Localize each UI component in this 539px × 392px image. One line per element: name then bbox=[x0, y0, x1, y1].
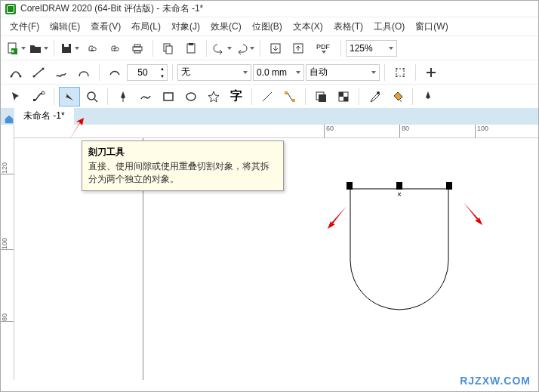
spin-down[interactable]: ▼ bbox=[158, 73, 167, 80]
publish-pdf-button[interactable]: PDF bbox=[310, 39, 336, 58]
line-weight-value: 0.0 mm bbox=[257, 67, 294, 78]
smoothing-icon bbox=[104, 63, 125, 82]
svg-rect-6 bbox=[134, 51, 140, 53]
svg-rect-25 bbox=[164, 93, 173, 100]
line-style-value: 无 bbox=[181, 66, 242, 79]
shape-tool[interactable] bbox=[28, 87, 49, 106]
pdf-label: PDF bbox=[316, 43, 330, 51]
menu-tools[interactable]: 工具(O) bbox=[369, 19, 409, 35]
eyedropper-tool[interactable] bbox=[364, 87, 385, 106]
svg-point-20 bbox=[396, 76, 397, 77]
line-style-combo[interactable]: 无 bbox=[177, 64, 251, 81]
selected-shape[interactable]: × bbox=[346, 185, 452, 313]
add-button[interactable] bbox=[420, 63, 442, 82]
svg-rect-27 bbox=[285, 91, 288, 94]
menu-layout[interactable]: 布局(L) bbox=[127, 19, 165, 35]
hruler-tick: 100 bbox=[475, 125, 488, 137]
save-button[interactable] bbox=[59, 39, 80, 58]
transparency-tool[interactable] bbox=[333, 87, 354, 106]
cloud-upload-button[interactable] bbox=[104, 39, 125, 58]
auto-combo[interactable]: 自动 bbox=[306, 64, 380, 81]
svg-rect-8 bbox=[166, 46, 172, 54]
redo-button[interactable] bbox=[234, 39, 255, 58]
menu-table[interactable]: 表格(T) bbox=[329, 19, 368, 35]
watermark: RJZXW.COM bbox=[460, 375, 531, 387]
bezier-mode-button[interactable] bbox=[5, 63, 26, 82]
home-tab-icon[interactable] bbox=[4, 114, 14, 125]
svg-point-13 bbox=[11, 75, 13, 77]
export-button[interactable] bbox=[288, 39, 309, 58]
line-weight-combo[interactable]: 0.0 mm bbox=[253, 64, 304, 81]
selection-handle-tr[interactable] bbox=[446, 182, 452, 190]
menu-bar: 文件(F) 编辑(E) 查看(V) 布局(L) 对象(J) 效果(C) 位图(B… bbox=[1, 17, 538, 35]
smoothing-input[interactable] bbox=[128, 67, 158, 78]
zoom-value: 125% bbox=[350, 43, 387, 54]
menu-window[interactable]: 窗口(W) bbox=[411, 19, 452, 35]
menu-text[interactable]: 文本(X) bbox=[288, 19, 328, 35]
svg-rect-10 bbox=[189, 43, 193, 45]
bounding-box-button[interactable] bbox=[390, 63, 411, 82]
text-tool[interactable]: 字 bbox=[226, 87, 247, 106]
vruler-tick: 120 bbox=[1, 162, 14, 174]
star-tool[interactable] bbox=[203, 87, 224, 106]
svg-point-15 bbox=[33, 75, 35, 77]
line-mode-button[interactable] bbox=[28, 63, 49, 82]
svg-rect-33 bbox=[343, 97, 348, 101]
spin-up[interactable]: ▲ bbox=[158, 65, 167, 73]
svg-point-24 bbox=[88, 92, 95, 100]
document-tab-label: 未命名 -1* bbox=[23, 110, 65, 122]
svg-point-34 bbox=[377, 91, 380, 94]
open-button[interactable] bbox=[28, 39, 49, 58]
print-button[interactable] bbox=[127, 39, 148, 58]
menu-edit[interactable]: 编辑(E) bbox=[45, 19, 85, 35]
menu-object[interactable]: 对象(J) bbox=[167, 19, 205, 35]
dimension-tool[interactable] bbox=[257, 87, 278, 106]
knife-tool[interactable] bbox=[59, 87, 80, 106]
svg-rect-17 bbox=[396, 69, 404, 76]
title-bar: CorelDRAW 2020 (64-Bit 评估版) - 未命名 -1* bbox=[1, 1, 538, 17]
fill-tool[interactable] bbox=[387, 87, 408, 106]
svg-rect-4 bbox=[133, 47, 142, 51]
annotation-arrow-left bbox=[328, 206, 350, 231]
copy-button[interactable] bbox=[158, 39, 179, 58]
menu-view[interactable]: 查看(V) bbox=[86, 19, 125, 35]
menu-effects[interactable]: 效果(C) bbox=[206, 19, 246, 35]
undo-button[interactable] bbox=[211, 39, 233, 58]
curve-tool-button[interactable] bbox=[73, 63, 94, 82]
drop-shadow-tool[interactable] bbox=[310, 87, 331, 106]
svg-rect-3 bbox=[64, 44, 69, 47]
vertical-ruler[interactable]: 120 100 80 bbox=[1, 125, 14, 380]
zoom-combo[interactable]: 125% bbox=[346, 40, 397, 57]
tooltip-body: 直接、使用间隙或使用重叠切割对象，将其拆分为两个独立的对象。 bbox=[88, 160, 277, 186]
svg-point-19 bbox=[403, 68, 405, 69]
artistic-media-tool[interactable] bbox=[135, 87, 156, 106]
paste-button[interactable] bbox=[180, 39, 202, 58]
menu-bitmaps[interactable]: 位图(B) bbox=[248, 19, 287, 35]
ellipse-tool[interactable] bbox=[180, 87, 202, 106]
svg-point-26 bbox=[186, 93, 196, 100]
svg-point-21 bbox=[403, 76, 405, 77]
outline-pen-tool[interactable] bbox=[417, 87, 439, 106]
standard-toolbar: PDF 125% bbox=[1, 35, 538, 60]
vruler-tick: 100 bbox=[1, 238, 14, 250]
freehand-mode-button[interactable] bbox=[51, 63, 72, 82]
svg-rect-32 bbox=[339, 92, 343, 97]
property-bar: ▲▼ 无 0.0 mm 自动 bbox=[1, 60, 538, 84]
selection-handle-tl[interactable] bbox=[346, 182, 353, 190]
menu-file[interactable]: 文件(F) bbox=[5, 19, 44, 35]
hruler-tick: 60 bbox=[324, 125, 334, 137]
svg-rect-22 bbox=[33, 99, 35, 101]
rectangle-tool[interactable] bbox=[158, 87, 179, 106]
pen-tool[interactable] bbox=[112, 87, 134, 106]
smoothing-spinner[interactable]: ▲▼ bbox=[127, 64, 168, 81]
cloud-download-button[interactable] bbox=[82, 39, 103, 58]
zoom-tool[interactable] bbox=[82, 87, 103, 106]
import-button[interactable] bbox=[265, 39, 286, 58]
tool-tooltip: 刻刀工具 直接、使用间隙或使用重叠切割对象，将其拆分为两个独立的对象。 bbox=[82, 140, 284, 191]
pick-tool[interactable] bbox=[5, 87, 26, 106]
new-document-button[interactable] bbox=[5, 39, 26, 58]
app-logo-icon bbox=[5, 4, 16, 14]
horizontal-ruler[interactable]: 60 80 100 bbox=[14, 125, 538, 138]
selection-handle-tm[interactable] bbox=[396, 182, 402, 190]
connector-tool[interactable] bbox=[279, 87, 300, 106]
